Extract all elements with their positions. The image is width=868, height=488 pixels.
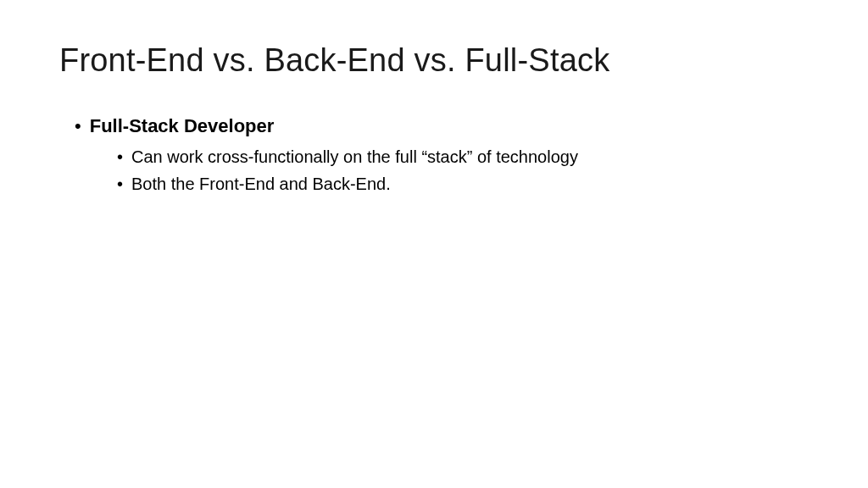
bullet-item: • Full-Stack Developer xyxy=(59,114,809,138)
bullet-marker: • xyxy=(117,145,123,169)
slide-title: Front-End vs. Back-End vs. Full-Stack xyxy=(59,42,809,79)
bullet-marker: • xyxy=(117,172,123,196)
bullet-marker: • xyxy=(75,114,81,138)
slide-content: • Full-Stack Developer • Can work cross-… xyxy=(59,114,809,196)
bullet-text: Full-Stack Developer xyxy=(90,114,275,138)
sub-bullet-text: Can work cross-functionally on the full … xyxy=(131,145,578,169)
sub-bullet-item: • Can work cross-functionally on the ful… xyxy=(59,145,809,169)
sub-bullet-text: Both the Front-End and Back-End. xyxy=(131,172,391,196)
sub-bullet-item: • Both the Front-End and Back-End. xyxy=(59,172,809,196)
